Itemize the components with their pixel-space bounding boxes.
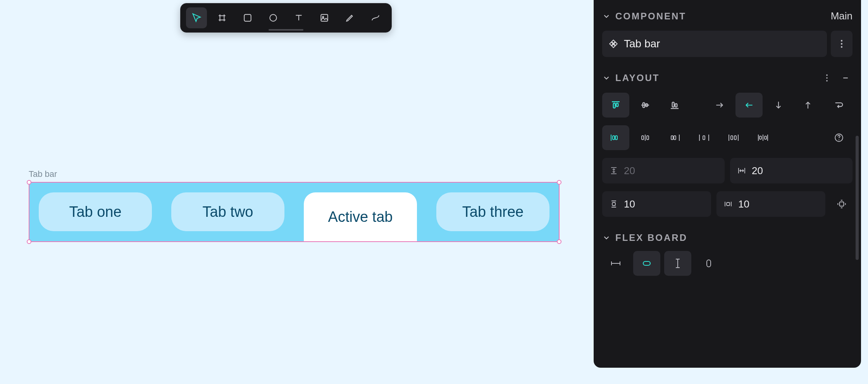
justify-center-button[interactable] [632, 125, 659, 150]
align-items-start-button[interactable] [602, 93, 629, 118]
column-gap-icon [737, 166, 746, 175]
align-items-end-button[interactable] [661, 93, 688, 118]
direction-column-button[interactable] [765, 93, 792, 118]
svg-point-9 [826, 77, 828, 79]
svg-rect-34 [707, 260, 711, 267]
layout-options-button[interactable] [820, 71, 834, 85]
justify-help-button[interactable] [825, 125, 852, 150]
align-items-center-button[interactable] [632, 93, 659, 118]
column-gap-input[interactable]: 20 [730, 158, 852, 183]
svg-point-29 [839, 139, 839, 140]
padding-horizontal-input[interactable]: 10 [716, 191, 825, 217]
component-menu-button[interactable] [831, 31, 852, 57]
justify-space-between-button[interactable] [691, 125, 718, 150]
section-flexboard-header[interactable]: FLEX BOARD [602, 232, 852, 243]
justify-space-evenly-button[interactable] [749, 125, 777, 150]
svg-point-5 [841, 40, 842, 42]
tab-label: Tab three [462, 204, 524, 220]
column-gap-value: 20 [752, 165, 763, 177]
svg-rect-16 [675, 104, 677, 107]
justify-space-around-button[interactable] [720, 125, 747, 150]
svg-rect-15 [672, 102, 674, 107]
tool-pencil[interactable] [339, 7, 360, 28]
tab-label: Tab one [69, 204, 121, 220]
svg-rect-33 [643, 261, 650, 265]
padding-vertical-input[interactable]: 10 [602, 191, 711, 217]
tab-two[interactable]: Tab two [171, 192, 284, 231]
inspector-panel: COMPONENT Main Tab bar LAYOUT [594, 0, 861, 368]
section-title: FLEX BOARD [615, 232, 687, 243]
height-fixed-button[interactable] [664, 251, 691, 276]
tab-active[interactable]: Active tab [304, 192, 417, 241]
tool-ellipse[interactable] [263, 7, 284, 28]
tool-text[interactable] [288, 7, 309, 28]
svg-rect-20 [647, 136, 649, 140]
svg-point-10 [826, 80, 828, 82]
component-name-text: Tab bar [624, 38, 660, 50]
row-gap-value: 20 [624, 165, 635, 177]
canvas-component-label[interactable]: Tab bar [29, 169, 57, 179]
svg-rect-21 [671, 136, 673, 140]
svg-rect-31 [727, 202, 730, 206]
variant-dropdown[interactable]: Main [831, 10, 852, 22]
row-gap-input[interactable]: 20 [602, 158, 725, 183]
tab-three[interactable]: Tab three [436, 192, 549, 231]
tool-select[interactable] [186, 7, 207, 28]
direction-column-reverse-button[interactable] [794, 93, 822, 118]
justify-end-button[interactable] [661, 125, 688, 150]
tab-label: Active tab [328, 209, 393, 225]
svg-rect-27 [765, 136, 766, 139]
tool-rectangle[interactable] [237, 7, 258, 28]
tab-bar-component[interactable]: Tab one Tab two Active tab Tab three [29, 182, 560, 242]
padding-horizontal-icon [723, 199, 733, 209]
padding-vertical-value: 10 [624, 198, 635, 210]
tab-one[interactable]: Tab one [39, 192, 152, 231]
direction-row-button[interactable] [706, 93, 733, 118]
layout-remove-button[interactable] [839, 71, 852, 85]
svg-rect-24 [731, 136, 733, 140]
width-fill-button[interactable] [633, 251, 660, 276]
section-layout-header[interactable]: LAYOUT [602, 71, 852, 85]
tool-curve[interactable] [365, 7, 386, 28]
chevron-down-icon [602, 12, 611, 21]
selection-handle-tl[interactable] [27, 180, 31, 185]
selection-handle-tr[interactable] [557, 180, 561, 185]
svg-rect-3 [321, 14, 327, 21]
chevron-down-icon [602, 74, 611, 82]
toolbar-drag-handle[interactable] [269, 29, 303, 31]
svg-rect-17 [613, 136, 615, 140]
svg-rect-1 [244, 14, 251, 21]
floating-toolbar [180, 3, 392, 33]
section-title: LAYOUT [615, 73, 660, 83]
tool-frame[interactable] [212, 7, 232, 28]
padding-vertical-icon [609, 199, 618, 209]
svg-rect-23 [703, 136, 705, 140]
justify-start-button[interactable] [602, 125, 629, 150]
svg-rect-19 [642, 136, 644, 140]
padding-per-side-button[interactable] [831, 191, 852, 217]
wrap-button[interactable] [825, 93, 852, 118]
svg-point-2 [270, 14, 276, 21]
svg-rect-22 [674, 136, 676, 140]
svg-rect-26 [760, 136, 761, 139]
component-name-field[interactable]: Tab bar [602, 31, 827, 57]
padding-horizontal-value: 10 [738, 198, 749, 210]
tab-label: Tab two [203, 204, 253, 220]
section-title: COMPONENT [615, 11, 686, 22]
svg-point-6 [841, 43, 842, 45]
svg-point-7 [841, 46, 842, 48]
row-gap-icon [609, 166, 618, 175]
svg-rect-25 [734, 136, 736, 140]
svg-rect-12 [616, 103, 618, 107]
section-component-header[interactable]: COMPONENT Main [602, 10, 852, 22]
tool-image[interactable] [314, 7, 335, 28]
component-icon [608, 39, 618, 49]
svg-rect-32 [840, 202, 844, 206]
selection-handle-bl[interactable] [27, 239, 31, 244]
width-fixed-button[interactable] [602, 251, 629, 276]
svg-rect-0 [220, 16, 224, 20]
selection-handle-br[interactable] [557, 239, 561, 244]
height-fill-button[interactable] [695, 251, 722, 276]
svg-rect-11 [613, 103, 615, 108]
direction-row-reverse-button[interactable] [735, 93, 763, 118]
